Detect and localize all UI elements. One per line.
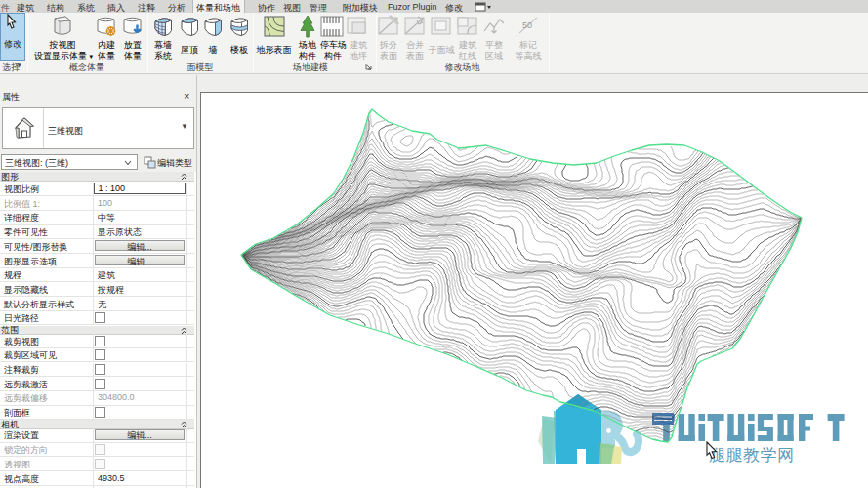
svg-text:50: 50	[522, 20, 532, 30]
